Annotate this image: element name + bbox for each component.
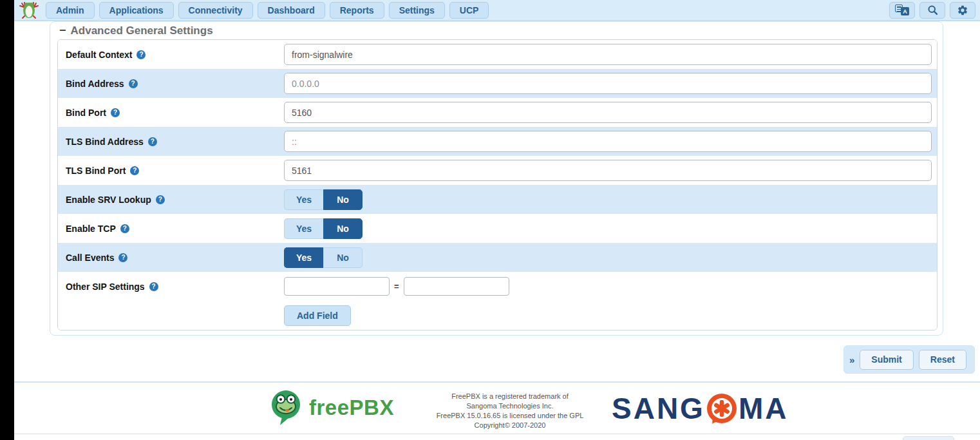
settings-button[interactable] [950, 2, 975, 19]
help-icon[interactable]: ? [137, 50, 146, 59]
reset-button[interactable]: Reset [919, 350, 966, 370]
search-icon [927, 5, 938, 15]
minus-icon[interactable]: − [59, 24, 66, 37]
add-field-row: Add Field [58, 301, 937, 330]
nav-tab-ucp[interactable]: UCP [449, 2, 489, 19]
bind-address-input[interactable] [284, 73, 932, 94]
action-bar: » Submit Reset [843, 345, 975, 374]
enable-srv-lookup-toggle: Yes No [284, 189, 363, 210]
help-icon[interactable]: ? [156, 195, 165, 204]
footer: freePBX FreePBX is a registered trademar… [14, 381, 980, 434]
row-bind-port: Bind Port ? [58, 98, 937, 127]
screen-edge-bar [0, 0, 14, 440]
section-title: Advanced General Settings [71, 24, 213, 37]
other-sip-settings-label: Other SIP Settings [66, 282, 145, 292]
enable-srv-lookup-label: Enable SRV Lookup [66, 195, 151, 205]
nav-tab-connectivity[interactable]: Connectivity [178, 2, 253, 19]
other-sip-key-input[interactable] [284, 277, 390, 296]
row-call-events: Call Events ? Yes No [58, 243, 937, 272]
top-navbar: Admin Applications Connectivity Dashboar… [14, 0, 980, 21]
row-default-context: Default Context ? [58, 40, 937, 69]
nav-tab-dashboard[interactable]: Dashboard [258, 2, 325, 19]
enable-tcp-label: Enable TCP [66, 224, 116, 234]
sangoma-logo: SANG MA [612, 391, 788, 426]
freepbx-admin-screen: Admin Applications Connectivity Dashboar… [0, 0, 980, 440]
help-icon[interactable]: ? [129, 79, 138, 88]
help-icon[interactable]: ? [148, 137, 157, 146]
row-enable-tcp: Enable TCP ? Yes No [58, 214, 937, 243]
gear-icon [957, 5, 968, 16]
equals-separator: = [394, 282, 399, 291]
call-events-toggle: Yes No [284, 247, 363, 268]
tls-bind-port-label: TLS Bind Port [66, 166, 126, 176]
submit-button[interactable]: Submit [860, 350, 913, 370]
default-context-input[interactable] [284, 44, 932, 65]
srv-yes-button[interactable]: Yes [284, 189, 323, 210]
help-icon[interactable]: ? [118, 253, 127, 262]
other-sip-value-input[interactable] [404, 277, 509, 296]
trademark-text: FreePBX is a registered trademark of San… [413, 392, 607, 430]
sangoma-text-suffix: MA [739, 391, 789, 426]
partial-button[interactable] [903, 436, 954, 440]
trademark-line: Copyright© 2007-2020 [413, 421, 607, 430]
tls-bind-address-label: TLS Bind Address [66, 137, 144, 147]
settings-table: Default Context ? Bind Address ? Bin [57, 39, 938, 330]
bind-address-label: Bind Address [66, 79, 124, 89]
help-icon[interactable]: ? [130, 166, 139, 175]
enable-tcp-toggle: Yes No [284, 218, 363, 239]
search-button[interactable] [919, 2, 945, 19]
help-icon[interactable]: ? [120, 224, 129, 233]
add-field-button[interactable]: Add Field [284, 305, 351, 326]
tcp-no-button[interactable]: No [323, 218, 363, 239]
section-header[interactable]: − Advanced General Settings [59, 24, 213, 37]
row-tls-bind-port: TLS Bind Port ? [58, 156, 937, 185]
freepbx-logo: freePBX [269, 389, 394, 426]
row-other-sip-settings: Other SIP Settings ? = [58, 272, 937, 301]
nav-tab-reports[interactable]: Reports [330, 2, 384, 19]
row-enable-srv-lookup: Enable SRV Lookup ? Yes No [58, 185, 937, 214]
bottom-strip [14, 435, 980, 440]
freepbx-bubble-icon [269, 389, 303, 426]
bind-port-input[interactable] [284, 102, 932, 123]
call-events-yes-button[interactable]: Yes [284, 247, 323, 268]
language-icon: A [895, 5, 909, 15]
help-icon[interactable]: ? [111, 108, 120, 117]
srv-no-button[interactable]: No [323, 189, 363, 210]
trademark-line: FreePBX 15.0.16.65 is licensed under the… [413, 411, 607, 421]
help-icon[interactable]: ? [149, 282, 158, 291]
language-button[interactable]: A [889, 2, 915, 19]
nav-tab-settings[interactable]: Settings [389, 2, 445, 19]
bind-port-label: Bind Port [66, 108, 106, 118]
trademark-line: FreePBX is a registered trademark of [413, 392, 607, 401]
tls-bind-address-input[interactable] [284, 131, 932, 152]
nav-tab-applications[interactable]: Applications [99, 2, 174, 19]
sangoma-text-prefix: SANG [612, 391, 705, 426]
nav-tab-admin[interactable]: Admin [46, 2, 95, 19]
settings-panel: − Advanced General Settings Default Cont… [50, 21, 943, 336]
call-events-label: Call Events [66, 253, 114, 263]
row-bind-address: Bind Address ? [58, 69, 937, 98]
trademark-line: Sangoma Technologies Inc. [413, 401, 607, 411]
row-tls-bind-address: TLS Bind Address ? [58, 127, 937, 156]
tcp-yes-button[interactable]: Yes [284, 218, 323, 239]
freepbx-frog-icon[interactable] [17, 1, 41, 20]
sangoma-o-icon [707, 394, 737, 423]
tls-bind-port-input[interactable] [284, 160, 932, 181]
navbar-right-icons: A [889, 2, 975, 19]
call-events-no-button[interactable]: No [323, 247, 363, 268]
default-context-label: Default Context [66, 50, 132, 60]
double-chevron-icon[interactable]: » [849, 354, 854, 365]
freepbx-logo-text: freePBX [309, 396, 394, 420]
